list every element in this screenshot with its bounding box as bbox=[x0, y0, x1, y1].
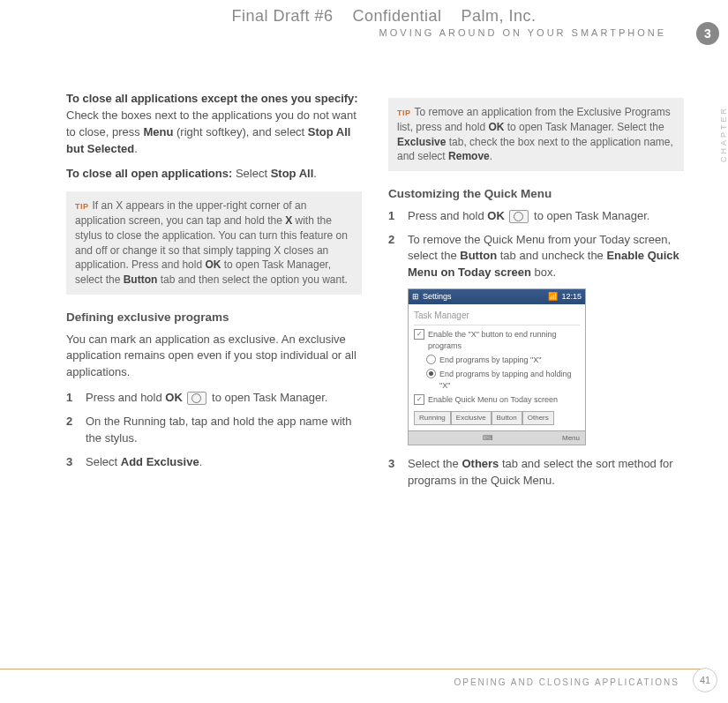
tip-box-x: TIPIf an X appears in the upper-right co… bbox=[66, 191, 362, 295]
device-screenshot: ⊞ Settings 📶 12:15 Task Manager ✓Enable … bbox=[408, 288, 586, 445]
ss-tab: Others bbox=[522, 411, 554, 425]
exclusive-steps: 1 Press and hold OK to open Task Manager… bbox=[66, 390, 362, 470]
close-all-para: To close all open applications: Select S… bbox=[66, 166, 362, 183]
step-3: 3 Select Add Exclusive. bbox=[66, 454, 362, 471]
right-column: TIPTo remove an application from the Exc… bbox=[388, 91, 684, 497]
content-columns: To close all applications except the one… bbox=[66, 91, 702, 497]
page-number: 41 bbox=[693, 668, 717, 692]
ss-tabs: Running Exclusive Button Others bbox=[414, 411, 580, 425]
checkbox-icon: ✓ bbox=[414, 394, 424, 405]
ss-signal-icon: 📶 bbox=[548, 291, 558, 303]
ss-opt1b: End programs by tapping and holding "X" bbox=[414, 369, 580, 392]
ok-icon bbox=[509, 210, 529, 223]
company-label: Palm, Inc. bbox=[462, 7, 537, 25]
draft-label: Final Draft #6 bbox=[231, 7, 333, 25]
ss-footer: ⌨ Menu bbox=[409, 430, 585, 445]
checkbox-icon: ✓ bbox=[414, 329, 424, 340]
chapter-number-badge: 3 bbox=[696, 22, 719, 45]
qstep-3: 3 Select the Others tab and select the s… bbox=[388, 456, 684, 490]
qstep-2: 2 To remove the Quick Menu from your Tod… bbox=[388, 232, 684, 282]
ok-icon bbox=[187, 392, 206, 405]
qstep-1: 1 Press and hold OK to open Task Manager… bbox=[388, 208, 684, 225]
ss-keyboard-icon: ⌨ bbox=[483, 433, 493, 444]
ss-opt1: ✓Enable the "X" button to end running pr… bbox=[414, 329, 580, 352]
quickmenu-steps: 1 Press and hold OK to open Task Manager… bbox=[388, 208, 684, 281]
ss-titlebar: ⊞ Settings 📶 12:15 bbox=[409, 289, 585, 304]
ss-tab: Exclusive bbox=[451, 411, 492, 425]
radio-icon bbox=[426, 369, 436, 378]
ss-time: 12:15 bbox=[561, 291, 582, 303]
step-num: 3 bbox=[66, 454, 86, 471]
ss-menu: Menu bbox=[562, 433, 580, 444]
chapter-label: CHAPTER bbox=[719, 106, 728, 162]
step-num: 1 bbox=[388, 208, 408, 225]
quickmenu-steps-cont: 3 Select the Others tab and select the s… bbox=[388, 456, 684, 490]
step-num: 1 bbox=[66, 390, 86, 407]
ss-start-icon: ⊞ bbox=[412, 291, 419, 303]
step-num: 3 bbox=[388, 456, 408, 490]
top-header: Final Draft #6 Confidential Palm, Inc. bbox=[66, 7, 702, 26]
ss-tab: Running bbox=[414, 411, 451, 425]
tip-box-remove: TIPTo remove an application from the Exc… bbox=[388, 98, 684, 171]
radio-icon bbox=[426, 355, 436, 364]
footer-rule bbox=[0, 669, 702, 669]
page: Final Draft #6 Confidential Palm, Inc. M… bbox=[0, 0, 728, 703]
step-2: 2 On the Running tab, tap and hold the a… bbox=[66, 414, 362, 447]
ss-subtitle: Task Manager bbox=[414, 310, 580, 325]
left-column: To close all applications except the one… bbox=[66, 91, 362, 497]
confidential-label: Confidential bbox=[352, 7, 441, 25]
ss-body: Task Manager ✓Enable the "X" button to e… bbox=[409, 304, 585, 430]
subhead-quickmenu: Customizing the Quick Menu bbox=[388, 185, 684, 203]
ss-opt1a: End programs by tapping "X" bbox=[414, 355, 580, 366]
ss-title: Settings bbox=[423, 291, 452, 303]
footer-text: OPENING AND CLOSING APPLICATIONS bbox=[454, 677, 679, 687]
running-head: MOVING AROUND ON YOUR SMARTPHONE bbox=[66, 27, 666, 38]
ss-tab: Button bbox=[492, 411, 522, 425]
subhead-exclusive: Defining exclusive programs bbox=[66, 309, 362, 326]
tip-label: TIP bbox=[75, 202, 89, 211]
close-all-lead: To close all open applications: bbox=[66, 167, 232, 180]
tip-label: TIP bbox=[397, 108, 411, 117]
close-except-lead: To close all applications except the one… bbox=[66, 92, 358, 105]
step-1: 1 Press and hold OK to open Task Manager… bbox=[66, 390, 362, 407]
step-num: 2 bbox=[66, 414, 86, 447]
ss-opt2: ✓Enable Quick Menu on Today screen bbox=[414, 394, 580, 406]
exclusive-intro: You can mark an application as exclusive… bbox=[66, 332, 362, 382]
close-except-para: To close all applications except the one… bbox=[66, 91, 362, 157]
step-num: 2 bbox=[388, 232, 408, 282]
